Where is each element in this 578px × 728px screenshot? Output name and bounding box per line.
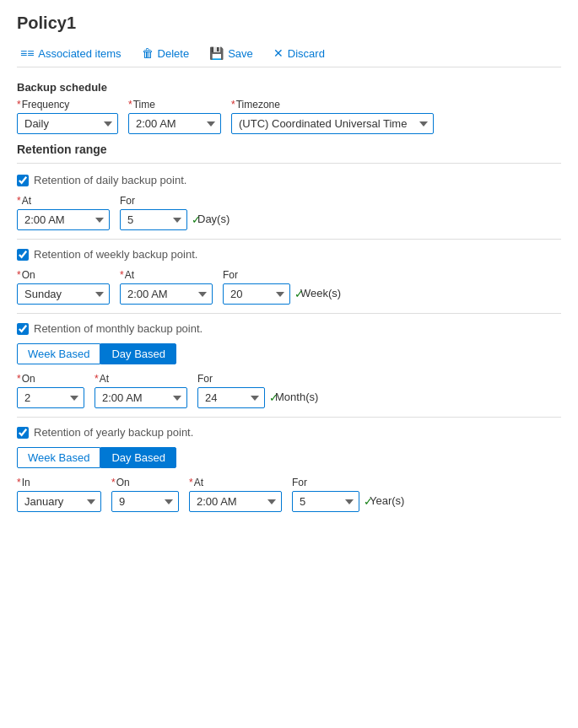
monthly-at-select[interactable]: 2:00 AM 3:00 AM <box>95 387 187 408</box>
weekly-on-select[interactable]: Sunday Monday Tuesday Wednesday Thursday… <box>17 283 110 305</box>
save-icon: 💾 <box>209 46 224 60</box>
weekly-on-group: *On Sunday Monday Tuesday Wednesday Thur… <box>17 269 110 305</box>
daily-weekly-separator <box>17 239 561 240</box>
weekly-on-label: *On <box>17 269 110 281</box>
monthly-on-group: *On 2 1 3 <box>17 373 84 408</box>
weekly-retention-section: Retention of weekly backup point. *On Su… <box>17 248 561 305</box>
monthly-on-label: *On <box>17 373 84 385</box>
yearly-retention-section: Retention of yearly backup point. Week B… <box>17 426 561 512</box>
frequency-group: *Frequency Daily Weekly Monthly <box>17 99 118 134</box>
daily-for-select[interactable]: 5 7 14 <box>120 209 187 230</box>
yearly-fields: *In January February March *On 9 1 15 <box>17 477 561 512</box>
yearly-checkbox-row: Retention of yearly backup point. <box>17 426 561 439</box>
weekly-unit-label: Week(s) <box>300 287 341 305</box>
daily-at-group: *At 2:00 AM 3:00 AM <box>17 195 110 230</box>
weekly-at-select[interactable]: 2:00 AM 3:00 AM <box>120 283 213 305</box>
weekly-at-group: *At 2:00 AM 3:00 AM <box>120 269 213 305</box>
weekly-for-check: ✓ <box>294 288 304 300</box>
timezone-select[interactable]: (UTC) Coordinated Universal Time (UTC-05… <box>231 113 434 134</box>
timezone-required: * <box>231 99 235 111</box>
yearly-for-select[interactable]: 5 10 15 <box>292 491 359 512</box>
daily-for-check: ✓ <box>192 213 201 226</box>
weekly-at-label: *At <box>120 269 213 281</box>
time-group: *Time 2:00 AM 3:00 AM 4:00 AM <box>128 99 221 134</box>
toolbar: ≡≡ Associated items 🗑 Delete 💾 Save ✕ Di… <box>17 40 561 67</box>
discard-button[interactable]: ✕ Discard <box>270 45 328 62</box>
yearly-on-group: *On 9 1 15 <box>111 477 179 512</box>
monthly-for-check: ✓ <box>269 391 278 404</box>
save-button[interactable]: 💾 Save <box>206 45 257 62</box>
yearly-for-wrapper: 5 10 15 ✓ <box>292 491 359 512</box>
yearly-on-select[interactable]: 9 1 15 <box>111 491 179 512</box>
timezone-group: *Timezone (UTC) Coordinated Universal Ti… <box>231 99 434 134</box>
daily-for-wrapper: 5 7 14 ✓ <box>120 209 187 230</box>
daily-at-label: *At <box>17 195 110 207</box>
backup-schedule-section: Backup schedule *Frequency Daily Weekly … <box>17 81 561 134</box>
backup-schedule-header: Backup schedule <box>17 81 561 94</box>
monthly-checkbox-row: Retention of monthly backup point. <box>17 322 561 335</box>
associated-items-icon: ≡≡ <box>20 46 34 60</box>
weekly-checkbox[interactable] <box>17 249 29 261</box>
retention-range-section: Retention range Retention of daily backu… <box>17 143 561 512</box>
frequency-select[interactable]: Daily Weekly Monthly <box>17 113 118 134</box>
yearly-day-based-tab[interactable]: Day Based <box>100 447 176 468</box>
monthly-at-label: *At <box>95 373 187 385</box>
frequency-required: * <box>17 99 21 111</box>
yearly-for-check: ✓ <box>364 495 373 508</box>
monthly-day-based-tab[interactable]: Day Based <box>100 343 176 364</box>
monthly-for-wrapper: 24 12 36 ✓ <box>197 387 265 408</box>
yearly-in-group: *In January February March <box>17 477 101 512</box>
monthly-unit-label: Month(s) <box>275 391 318 408</box>
backup-schedule-fields: *Frequency Daily Weekly Monthly *Time 2:… <box>17 99 561 134</box>
daily-at-select[interactable]: 2:00 AM 3:00 AM <box>17 209 110 230</box>
weekly-for-group: For 20 10 30 ✓ <box>223 269 290 305</box>
daily-for-group: For 5 7 14 ✓ <box>120 195 187 230</box>
weekly-for-wrapper: 20 10 30 ✓ <box>223 283 290 305</box>
weekly-checkbox-row: Retention of weekly backup point. <box>17 248 561 261</box>
weekly-checkbox-label: Retention of weekly backup point. <box>34 248 197 261</box>
daily-retention-section: Retention of daily backup point. *At 2:0… <box>17 163 561 230</box>
yearly-at-label: *At <box>189 477 282 488</box>
weekly-fields: *On Sunday Monday Tuesday Wednesday Thur… <box>17 269 561 305</box>
weekly-for-select[interactable]: 20 10 30 <box>223 283 290 305</box>
monthly-fields: *On 2 1 3 *At 2:00 AM 3:00 AM For <box>17 373 561 408</box>
yearly-checkbox[interactable] <box>17 427 29 439</box>
daily-unit-label: Day(s) <box>197 213 230 230</box>
daily-checkbox-row: Retention of daily backup point. <box>17 174 561 186</box>
daily-for-label: For <box>120 195 187 207</box>
monthly-for-group: For 24 12 36 ✓ <box>197 373 265 408</box>
yearly-in-label: *In <box>17 477 101 488</box>
monthly-week-based-tab[interactable]: Week Based <box>17 343 100 364</box>
monthly-checkbox-label: Retention of monthly backup point. <box>34 322 203 335</box>
yearly-at-group: *At 2:00 AM 3:00 AM <box>189 477 282 512</box>
time-select[interactable]: 2:00 AM 3:00 AM 4:00 AM <box>128 113 221 134</box>
monthly-for-select[interactable]: 24 12 36 <box>197 387 265 408</box>
yearly-week-based-tab[interactable]: Week Based <box>17 447 100 468</box>
page-title: Policy1 <box>17 13 561 33</box>
time-label: *Time <box>128 99 221 111</box>
monthly-yearly-separator <box>17 417 561 418</box>
yearly-in-select[interactable]: January February March <box>17 491 101 512</box>
retention-range-header: Retention range <box>17 143 561 156</box>
weekly-for-label: For <box>223 269 290 281</box>
monthly-at-group: *At 2:00 AM 3:00 AM <box>95 373 187 408</box>
yearly-for-group: For 5 10 15 ✓ <box>292 477 359 512</box>
monthly-retention-section: Retention of monthly backup point. Week … <box>17 322 561 408</box>
monthly-checkbox[interactable] <box>17 323 29 335</box>
yearly-on-label: *On <box>111 477 179 488</box>
delete-button[interactable]: 🗑 Delete <box>138 45 193 62</box>
daily-checkbox-label: Retention of daily backup point. <box>34 174 186 186</box>
yearly-for-label: For <box>292 477 359 488</box>
daily-fields: *At 2:00 AM 3:00 AM For 5 7 14 ✓ <box>17 195 561 230</box>
delete-icon: 🗑 <box>142 46 154 60</box>
yearly-checkbox-label: Retention of yearly backup point. <box>34 426 193 439</box>
yearly-unit-label: Year(s) <box>370 494 404 512</box>
frequency-label: *Frequency <box>17 99 118 111</box>
weekly-monthly-separator <box>17 313 561 314</box>
associated-items-button[interactable]: ≡≡ Associated items <box>17 45 125 62</box>
yearly-tab-group: Week Based Day Based <box>17 447 561 468</box>
daily-checkbox[interactable] <box>17 175 29 186</box>
monthly-on-select[interactable]: 2 1 3 <box>17 387 84 408</box>
timezone-label: *Timezone <box>231 99 434 111</box>
yearly-at-select[interactable]: 2:00 AM 3:00 AM <box>189 491 282 512</box>
